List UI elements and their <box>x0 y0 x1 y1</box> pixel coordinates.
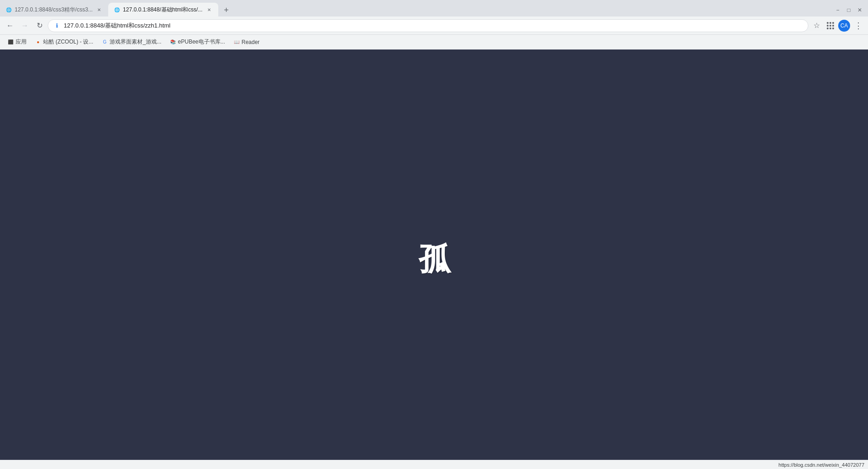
reload-icon: ↻ <box>37 21 43 30</box>
menu-icon: ⋮ <box>854 21 862 31</box>
bookmark-game-label: 游戏界面素材_游戏... <box>110 38 161 46</box>
menu-button[interactable]: ⋮ <box>851 19 864 32</box>
bookmark-epubee-label: ePUBee电子书库... <box>178 38 225 46</box>
avatar-initials: CA <box>840 22 848 29</box>
star-icon: ☆ <box>813 21 820 30</box>
center-chinese-character: 孤 <box>419 243 450 276</box>
avatar: CA <box>838 20 850 32</box>
bookmarks-bar: ⬛ 应用 ● 站酷 (ZCOOL) - 设... G 游戏界面素材_游戏... … <box>0 35 868 50</box>
status-url: https://blog.csdn.net/weixin_44072077 <box>779 462 864 468</box>
tab-bar: 🌐 127.0.0.1:8848/css3精华/css3... ✕ 🌐 127.… <box>0 0 868 17</box>
grid-menu-button[interactable] <box>824 19 837 32</box>
nav-bar: ← → ↻ ℹ 127.0.0.1:8848/基础html和css/zzh1.h… <box>0 17 868 35</box>
bookmark-epubee[interactable]: 📚 ePUBee电子书库... <box>166 36 229 48</box>
browser-frame: 🌐 127.0.0.1:8848/css3精华/css3... ✕ 🌐 127.… <box>0 0 868 469</box>
bookmark-zcool-label: 站酷 (ZCOOL) - 设... <box>43 38 93 46</box>
forward-button[interactable]: → <box>18 19 31 32</box>
maximize-button[interactable]: □ <box>844 6 853 15</box>
page-content: 孤 https://blog.csdn.net/weixin_44072077 <box>0 50 868 469</box>
tab2-close-button[interactable]: ✕ <box>205 6 213 13</box>
forward-icon: → <box>21 22 28 30</box>
zcool-favicon: ● <box>35 39 41 45</box>
reader-favicon: 📖 <box>233 39 240 45</box>
reload-button[interactable]: ↻ <box>33 19 46 32</box>
address-bar[interactable]: ℹ 127.0.0.1:8848/基础html和css/zzh1.html <box>48 19 808 32</box>
bookmark-zcool[interactable]: ● 站酷 (ZCOOL) - 设... <box>31 36 97 48</box>
bookmark-apps-label: 应用 <box>16 38 27 46</box>
apps-favicon: ⬛ <box>7 39 14 45</box>
new-tab-button[interactable]: + <box>220 4 233 17</box>
tab-1[interactable]: 🌐 127.0.0.1:8848/css3精华/css3... ✕ <box>0 3 108 17</box>
status-bar: https://blog.csdn.net/weixin_44072077 <box>0 460 868 469</box>
back-button[interactable]: ← <box>4 19 17 32</box>
close-window-button[interactable]: ✕ <box>855 6 864 15</box>
tab-2[interactable]: 🌐 127.0.0.1:8848/基础html和css/... ✕ <box>108 3 218 17</box>
grid-icon <box>827 22 834 29</box>
star-button[interactable]: ☆ <box>810 19 823 32</box>
back-icon: ← <box>6 22 14 30</box>
window-controls: − □ ✕ <box>833 6 868 17</box>
tab1-favicon: 🌐 <box>6 6 12 13</box>
address-text: 127.0.0.1:8848/基础html和css/zzh1.html <box>64 22 802 30</box>
address-info-icon: ℹ <box>54 22 60 29</box>
tab2-title: 127.0.0.1:8848/基础html和css/... <box>123 6 202 14</box>
nav-actions: ☆ CA <box>810 19 864 32</box>
bookmark-reader[interactable]: 📖 Reader <box>230 37 263 47</box>
minimize-button[interactable]: − <box>833 6 842 15</box>
tab2-favicon: 🌐 <box>114 6 120 13</box>
tab1-title: 127.0.0.1:8848/css3精华/css3... <box>15 6 93 14</box>
account-button[interactable]: CA <box>838 19 851 32</box>
bookmark-game-assets[interactable]: G 游戏界面素材_游戏... <box>98 36 165 48</box>
tab1-close-button[interactable]: ✕ <box>95 6 103 13</box>
bookmark-reader-label: Reader <box>242 39 260 45</box>
bookmark-apps[interactable]: ⬛ 应用 <box>4 36 30 48</box>
epubee-favicon: 📚 <box>170 39 176 45</box>
game-assets-favicon: G <box>101 39 108 45</box>
